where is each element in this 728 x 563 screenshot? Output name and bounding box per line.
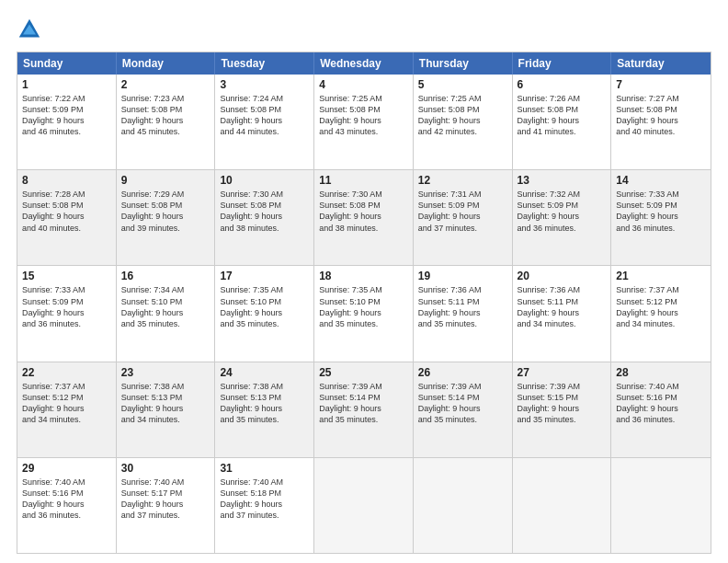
header [17, 17, 711, 42]
calendar-cell [513, 458, 612, 553]
logo-icon [17, 17, 42, 42]
calendar-row: 8Sunrise: 7:28 AM Sunset: 5:08 PM Daylig… [17, 169, 711, 265]
cell-info: Sunrise: 7:38 AM Sunset: 5:13 PM Dayligh… [220, 381, 309, 426]
calendar-cell: 12Sunrise: 7:31 AM Sunset: 5:09 PM Dayli… [414, 170, 513, 265]
page: SundayMondayTuesdayWednesdayThursdayFrid… [0, 0, 728, 563]
cell-info: Sunrise: 7:33 AM Sunset: 5:09 PM Dayligh… [22, 284, 111, 329]
day-number: 26 [418, 366, 507, 379]
day-number: 13 [518, 174, 607, 187]
cell-info: Sunrise: 7:39 AM Sunset: 5:15 PM Dayligh… [518, 381, 607, 426]
cell-info: Sunrise: 7:22 AM Sunset: 5:09 PM Dayligh… [22, 93, 111, 138]
cell-info: Sunrise: 7:35 AM Sunset: 5:10 PM Dayligh… [319, 284, 408, 329]
day-number: 3 [220, 78, 309, 91]
weekday-header: Sunday [17, 52, 117, 75]
cell-info: Sunrise: 7:25 AM Sunset: 5:08 PM Dayligh… [418, 93, 507, 138]
calendar-cell: 13Sunrise: 7:32 AM Sunset: 5:09 PM Dayli… [513, 170, 612, 265]
day-number: 4 [319, 78, 408, 91]
cell-info: Sunrise: 7:34 AM Sunset: 5:10 PM Dayligh… [121, 284, 210, 329]
day-number: 12 [418, 174, 507, 187]
day-number: 2 [121, 78, 210, 91]
cell-info: Sunrise: 7:28 AM Sunset: 5:08 PM Dayligh… [22, 189, 111, 234]
calendar-cell: 4Sunrise: 7:25 AM Sunset: 5:08 PM Daylig… [314, 75, 414, 169]
calendar-cell: 10Sunrise: 7:30 AM Sunset: 5:08 PM Dayli… [215, 170, 314, 265]
calendar-cell: 28Sunrise: 7:40 AM Sunset: 5:16 PM Dayli… [611, 362, 711, 457]
calendar-cell: 15Sunrise: 7:33 AM Sunset: 5:09 PM Dayli… [17, 266, 117, 361]
cell-info: Sunrise: 7:24 AM Sunset: 5:08 PM Dayligh… [220, 93, 309, 138]
calendar-cell: 24Sunrise: 7:38 AM Sunset: 5:13 PM Dayli… [215, 362, 314, 457]
cell-info: Sunrise: 7:37 AM Sunset: 5:12 PM Dayligh… [616, 284, 706, 329]
calendar-cell: 27Sunrise: 7:39 AM Sunset: 5:15 PM Dayli… [513, 362, 612, 457]
calendar-cell: 22Sunrise: 7:37 AM Sunset: 5:12 PM Dayli… [17, 362, 117, 457]
cell-info: Sunrise: 7:39 AM Sunset: 5:14 PM Dayligh… [418, 381, 507, 426]
day-number: 25 [319, 366, 408, 379]
cell-info: Sunrise: 7:40 AM Sunset: 5:16 PM Dayligh… [616, 381, 706, 426]
cell-info: Sunrise: 7:31 AM Sunset: 5:09 PM Dayligh… [418, 189, 507, 234]
day-number: 6 [518, 78, 607, 91]
cell-info: Sunrise: 7:35 AM Sunset: 5:10 PM Dayligh… [220, 284, 309, 329]
calendar-cell: 6Sunrise: 7:26 AM Sunset: 5:08 PM Daylig… [513, 75, 612, 169]
calendar-cell [314, 458, 414, 553]
cell-info: Sunrise: 7:26 AM Sunset: 5:08 PM Dayligh… [518, 93, 607, 138]
calendar: SundayMondayTuesdayWednesdayThursdayFrid… [17, 52, 711, 554]
weekday-header: Saturday [611, 52, 711, 75]
day-number: 1 [22, 78, 111, 91]
cell-info: Sunrise: 7:40 AM Sunset: 5:17 PM Dayligh… [121, 477, 210, 522]
weekday-header: Friday [513, 52, 612, 75]
calendar-cell: 3Sunrise: 7:24 AM Sunset: 5:08 PM Daylig… [215, 75, 314, 169]
day-number: 19 [418, 270, 507, 282]
calendar-cell: 20Sunrise: 7:36 AM Sunset: 5:11 PM Dayli… [513, 266, 612, 361]
day-number: 10 [220, 174, 309, 187]
calendar-cell: 29Sunrise: 7:40 AM Sunset: 5:16 PM Dayli… [17, 458, 117, 553]
day-number: 14 [616, 174, 706, 187]
cell-info: Sunrise: 7:36 AM Sunset: 5:11 PM Dayligh… [518, 284, 607, 329]
cell-info: Sunrise: 7:29 AM Sunset: 5:08 PM Dayligh… [121, 189, 210, 234]
calendar-cell: 21Sunrise: 7:37 AM Sunset: 5:12 PM Dayli… [611, 266, 711, 361]
calendar-cell: 1Sunrise: 7:22 AM Sunset: 5:09 PM Daylig… [17, 75, 117, 169]
calendar-row: 1Sunrise: 7:22 AM Sunset: 5:09 PM Daylig… [17, 75, 711, 169]
cell-info: Sunrise: 7:23 AM Sunset: 5:08 PM Dayligh… [121, 93, 210, 138]
day-number: 30 [121, 462, 210, 475]
calendar-cell: 26Sunrise: 7:39 AM Sunset: 5:14 PM Dayli… [414, 362, 513, 457]
day-number: 15 [22, 270, 111, 282]
cell-info: Sunrise: 7:30 AM Sunset: 5:08 PM Dayligh… [319, 189, 408, 234]
calendar-cell: 7Sunrise: 7:27 AM Sunset: 5:08 PM Daylig… [611, 75, 711, 169]
calendar-row: 22Sunrise: 7:37 AM Sunset: 5:12 PM Dayli… [17, 362, 711, 457]
day-number: 5 [418, 78, 507, 91]
day-number: 17 [220, 270, 309, 282]
calendar-cell: 17Sunrise: 7:35 AM Sunset: 5:10 PM Dayli… [215, 266, 314, 361]
calendar-cell [414, 458, 513, 553]
logo [17, 17, 46, 42]
day-number: 31 [220, 462, 309, 475]
calendar-cell: 19Sunrise: 7:36 AM Sunset: 5:11 PM Dayli… [414, 266, 513, 361]
calendar-body: 1Sunrise: 7:22 AM Sunset: 5:09 PM Daylig… [17, 75, 711, 553]
day-number: 28 [616, 366, 706, 379]
calendar-row: 15Sunrise: 7:33 AM Sunset: 5:09 PM Dayli… [17, 265, 711, 361]
cell-info: Sunrise: 7:33 AM Sunset: 5:09 PM Dayligh… [616, 189, 706, 234]
day-number: 24 [220, 366, 309, 379]
cell-info: Sunrise: 7:39 AM Sunset: 5:14 PM Dayligh… [319, 381, 408, 426]
day-number: 21 [616, 270, 706, 282]
weekday-header: Wednesday [314, 52, 414, 75]
calendar-cell: 5Sunrise: 7:25 AM Sunset: 5:08 PM Daylig… [414, 75, 513, 169]
calendar-cell: 2Sunrise: 7:23 AM Sunset: 5:08 PM Daylig… [117, 75, 216, 169]
calendar-cell: 25Sunrise: 7:39 AM Sunset: 5:14 PM Dayli… [314, 362, 414, 457]
day-number: 8 [22, 174, 111, 187]
cell-info: Sunrise: 7:37 AM Sunset: 5:12 PM Dayligh… [22, 381, 111, 426]
calendar-cell: 8Sunrise: 7:28 AM Sunset: 5:08 PM Daylig… [17, 170, 117, 265]
cell-info: Sunrise: 7:30 AM Sunset: 5:08 PM Dayligh… [220, 189, 309, 234]
weekday-header: Thursday [414, 52, 513, 75]
calendar-cell: 18Sunrise: 7:35 AM Sunset: 5:10 PM Dayli… [314, 266, 414, 361]
day-number: 29 [22, 462, 111, 475]
calendar-cell: 31Sunrise: 7:40 AM Sunset: 5:18 PM Dayli… [215, 458, 314, 553]
day-number: 16 [121, 270, 210, 282]
cell-info: Sunrise: 7:25 AM Sunset: 5:08 PM Dayligh… [319, 93, 408, 138]
day-number: 7 [616, 78, 706, 91]
weekday-header: Tuesday [215, 52, 314, 75]
calendar-cell: 30Sunrise: 7:40 AM Sunset: 5:17 PM Dayli… [117, 458, 216, 553]
day-number: 22 [22, 366, 111, 379]
cell-info: Sunrise: 7:27 AM Sunset: 5:08 PM Dayligh… [616, 93, 706, 138]
cell-info: Sunrise: 7:40 AM Sunset: 5:16 PM Dayligh… [22, 477, 111, 522]
calendar-cell [611, 458, 711, 553]
cell-info: Sunrise: 7:32 AM Sunset: 5:09 PM Dayligh… [518, 189, 607, 234]
calendar-cell: 9Sunrise: 7:29 AM Sunset: 5:08 PM Daylig… [117, 170, 216, 265]
